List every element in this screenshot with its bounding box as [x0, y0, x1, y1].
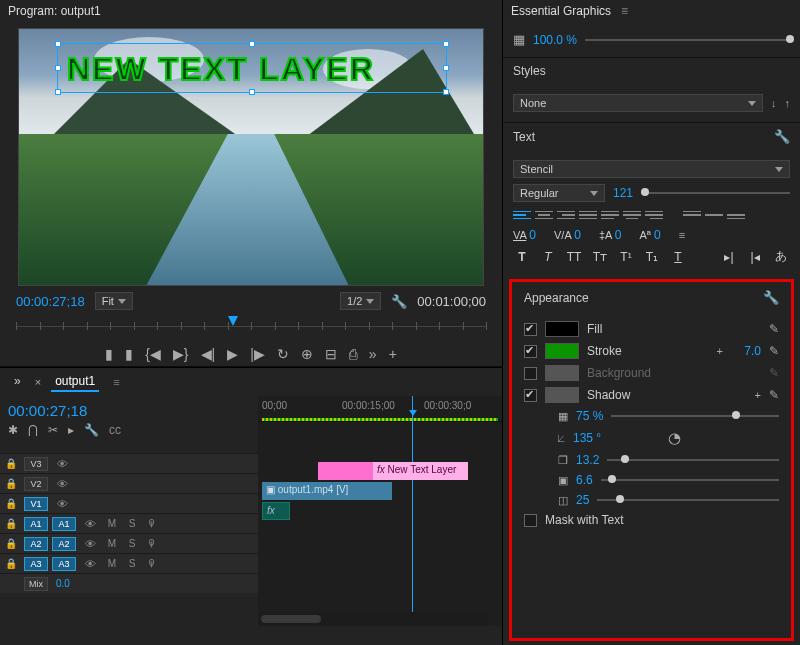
toggle-output-icon[interactable]: 👁: [50, 478, 74, 490]
smallcaps-icon[interactable]: Tᴛ: [591, 250, 609, 264]
pull-style-icon[interactable]: ↑: [785, 97, 791, 109]
panel-menu-icon[interactable]: ≡: [621, 4, 628, 18]
track-target[interactable]: A3: [52, 557, 76, 571]
glyph-icon[interactable]: あ: [772, 248, 790, 265]
track-patch[interactable]: A1: [24, 517, 48, 531]
voiceover-icon[interactable]: 🎙: [142, 518, 162, 529]
align-justify-last-right-icon[interactable]: [645, 208, 663, 222]
mix-value[interactable]: 0.0: [56, 578, 70, 589]
loop-icon[interactable]: ↻: [277, 346, 289, 362]
wrench-icon[interactable]: 🔧: [763, 290, 779, 305]
snap-icon[interactable]: ✱: [8, 423, 18, 437]
export-frame-icon[interactable]: ⎙: [349, 346, 357, 362]
align-center-icon[interactable]: [535, 208, 553, 222]
lock-icon[interactable]: 🔒: [0, 538, 22, 549]
leading-field[interactable]: ‡A 0: [599, 228, 622, 242]
styles-dropdown[interactable]: None: [513, 94, 763, 112]
clip-v1-video[interactable]: ▣ output1.mp4 [V]: [262, 482, 392, 500]
lock-icon[interactable]: 🔒: [0, 518, 22, 529]
overwrite-icon[interactable]: ⊟: [325, 346, 337, 362]
timeline-h-scrollbar[interactable]: [258, 612, 488, 626]
font-size-value[interactable]: 121: [613, 186, 633, 200]
program-current-timecode[interactable]: 00:00:27;18: [16, 294, 85, 309]
timeline-tab[interactable]: output1: [51, 372, 99, 392]
align-justify-last-center-icon[interactable]: [623, 208, 641, 222]
go-to-out-icon[interactable]: ▶}: [173, 346, 189, 362]
program-ruler[interactable]: [16, 316, 486, 340]
track-patch[interactable]: A2: [24, 537, 48, 551]
font-family-dropdown[interactable]: Stencil: [513, 160, 790, 178]
baseline-field[interactable]: Aª 0: [639, 228, 660, 242]
kerning-field[interactable]: VA 0: [513, 228, 536, 242]
magnet-icon[interactable]: ⋂: [28, 423, 38, 437]
shadow-checkbox[interactable]: [524, 389, 537, 402]
solo-button[interactable]: S: [122, 558, 142, 569]
stroke-color-swatch[interactable]: [545, 343, 579, 359]
wrench-icon[interactable]: 🔧: [774, 129, 790, 144]
voiceover-icon[interactable]: 🎙: [142, 538, 162, 549]
marker-icon[interactable]: ▸: [68, 423, 74, 437]
cc-icon[interactable]: cc: [109, 423, 121, 437]
align-justify-last-left-icon[interactable]: [601, 208, 619, 222]
track-target[interactable]: V3: [24, 457, 48, 471]
more-icon[interactable]: ≡: [679, 229, 685, 241]
font-size-slider[interactable]: [641, 192, 790, 194]
close-tab-icon[interactable]: ×: [35, 376, 41, 388]
track-target[interactable]: A2: [52, 537, 76, 551]
shadow-size-value[interactable]: 6.6: [576, 473, 593, 487]
lock-icon[interactable]: 🔒: [0, 458, 22, 469]
track-target[interactable]: V1: [24, 497, 48, 511]
track-target[interactable]: V2: [24, 477, 48, 491]
toggle-output-icon[interactable]: 👁: [78, 558, 102, 570]
clip-a1-audio[interactable]: fx: [262, 502, 290, 520]
underline-icon[interactable]: T: [669, 250, 687, 264]
shadow-blur-value[interactable]: 25: [576, 493, 589, 507]
wrench-icon[interactable]: 🔧: [391, 294, 407, 309]
go-to-in-icon[interactable]: {◀: [145, 346, 161, 362]
shadow-blur-slider[interactable]: [597, 499, 779, 501]
push-style-icon[interactable]: ↓: [771, 97, 777, 109]
shadow-opacity-value[interactable]: 75 %: [576, 409, 603, 423]
settings-wrench-icon[interactable]: 🔧: [84, 423, 99, 437]
fit-dropdown[interactable]: Fit: [95, 292, 133, 310]
mark-in-icon[interactable]: ▮: [105, 346, 113, 362]
align-justify-icon[interactable]: [579, 208, 597, 222]
mask-checkbox[interactable]: [524, 514, 537, 527]
eyedropper-icon[interactable]: ✎: [769, 388, 779, 402]
shadow-distance-slider[interactable]: [607, 459, 779, 461]
playhead-icon[interactable]: [228, 316, 238, 326]
program-preview[interactable]: NEW TEXT LAYER: [18, 28, 484, 286]
step-forward-icon[interactable]: |▶: [250, 346, 265, 362]
tracking-field[interactable]: V/A 0: [554, 228, 581, 242]
panel-menu-icon[interactable]: ≡: [113, 376, 119, 388]
fill-color-swatch[interactable]: [545, 321, 579, 337]
lock-icon[interactable]: 🔒: [0, 558, 22, 569]
toggle-output-icon[interactable]: 👁: [50, 498, 74, 510]
linked-select-icon[interactable]: ✂: [48, 423, 58, 437]
valign-bottom-icon[interactable]: [727, 208, 745, 222]
resolution-dropdown[interactable]: 1/2: [340, 292, 381, 310]
more-icon[interactable]: »: [369, 346, 377, 362]
align-right-icon[interactable]: [557, 208, 575, 222]
eyedropper-icon[interactable]: ✎: [769, 344, 779, 358]
mark-out-icon[interactable]: ▮: [125, 346, 133, 362]
italic-icon[interactable]: T: [539, 250, 557, 264]
superscript-icon[interactable]: T¹: [617, 250, 635, 264]
clip-v2-textlayer[interactable]: fx New Text Layer: [373, 462, 468, 480]
tab-left-icon[interactable]: ▸|: [720, 250, 738, 264]
shadow-size-slider[interactable]: [601, 479, 779, 481]
eyedropper-icon[interactable]: ✎: [769, 322, 779, 336]
timeline-timecode[interactable]: 00:00:27;18: [8, 402, 250, 419]
tab-right-icon[interactable]: |◂: [746, 250, 764, 264]
add-shadow-icon[interactable]: +: [755, 389, 761, 401]
font-weight-dropdown[interactable]: Regular: [513, 184, 605, 202]
play-icon[interactable]: ▶: [227, 346, 238, 362]
stroke-checkbox[interactable]: [524, 345, 537, 358]
add-button-icon[interactable]: +: [389, 346, 397, 362]
track-target[interactable]: A1: [52, 517, 76, 531]
text-layer-overlay[interactable]: NEW TEXT LAYER: [67, 51, 375, 88]
insert-icon[interactable]: ⊕: [301, 346, 313, 362]
bold-icon[interactable]: T: [513, 250, 531, 264]
step-back-icon[interactable]: ◀|: [201, 346, 216, 362]
voiceover-icon[interactable]: 🎙: [142, 558, 162, 569]
